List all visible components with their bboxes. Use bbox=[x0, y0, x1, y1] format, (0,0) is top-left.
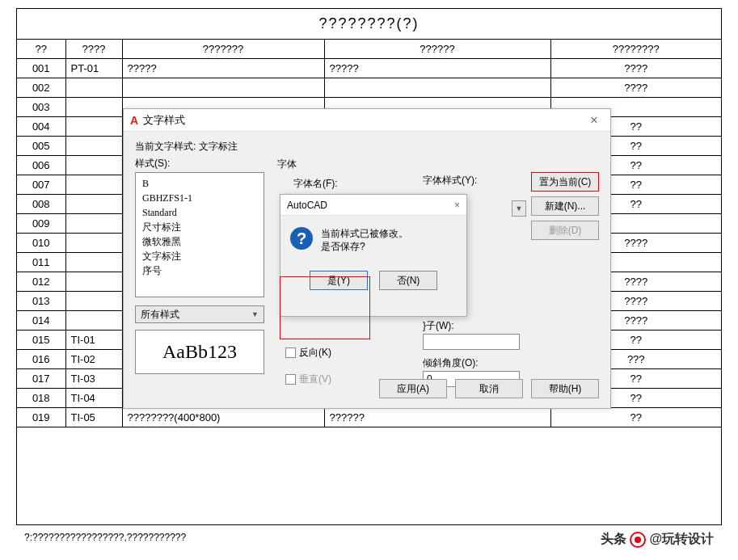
list-item[interactable]: 序号 bbox=[142, 263, 257, 278]
oblique-angle-label: 倾斜角度(O): bbox=[423, 356, 479, 370]
table-header: ???? bbox=[65, 40, 122, 59]
dialog-titlebar[interactable]: A 文字样式 × bbox=[124, 109, 610, 132]
font-style-label: 字体样式(Y): bbox=[423, 174, 477, 187]
close-icon[interactable]: × bbox=[584, 113, 604, 128]
list-item[interactable]: Standard bbox=[142, 205, 257, 220]
list-item[interactable]: 尺寸标注 bbox=[142, 220, 257, 234]
yes-button[interactable]: 是(Y) bbox=[310, 271, 368, 290]
dialog-titlebar[interactable]: AutoCAD × bbox=[280, 195, 466, 216]
font-style-dropdown[interactable]: ▼ bbox=[512, 200, 526, 217]
font-group-label: 字体 bbox=[277, 158, 297, 171]
watermark-logo-icon bbox=[630, 532, 646, 548]
list-item[interactable]: 微软雅黑 bbox=[142, 234, 257, 249]
vertical-checkbox-row[interactable]: 垂直(V) bbox=[285, 373, 331, 386]
style-filter-dropdown[interactable]: 所有样式 ▼ bbox=[135, 305, 264, 323]
width-factor-input[interactable] bbox=[423, 334, 520, 350]
new-style-button[interactable]: 新建(N)... bbox=[531, 196, 599, 216]
set-current-button[interactable]: 置为当前(C) bbox=[531, 172, 599, 192]
autocad-logo-icon: A bbox=[130, 114, 138, 127]
close-icon[interactable]: × bbox=[454, 200, 460, 211]
list-item[interactable]: GBHZFS1-1 bbox=[142, 191, 257, 205]
table-header: ???????? bbox=[550, 40, 721, 59]
font-name-label: 字体名(F): bbox=[293, 177, 338, 191]
table-row: 002???? bbox=[17, 78, 721, 98]
list-item[interactable]: B bbox=[142, 176, 257, 191]
dialog-title: 文字样式 bbox=[143, 113, 584, 128]
reverse-checkbox-row[interactable]: 反向(K) bbox=[285, 346, 331, 360]
style-listbox[interactable]: BGBHZFS1-1Standard尺寸标注微软雅黑文字标注序号 bbox=[135, 172, 264, 297]
table-row: 001PT-01?????????????? bbox=[17, 59, 721, 78]
checkbox-icon[interactable] bbox=[285, 374, 296, 385]
checkbox-icon[interactable] bbox=[285, 347, 296, 358]
table-header: ??????? bbox=[122, 40, 324, 59]
table-header: ?? bbox=[17, 40, 65, 59]
help-button[interactable]: 帮助(H) bbox=[531, 379, 599, 398]
no-button[interactable]: 否(N) bbox=[379, 271, 437, 290]
table-header: ?????? bbox=[324, 40, 550, 59]
current-style-label: 当前文字样式: 文字标注 bbox=[135, 140, 599, 154]
page-title: ????????(?) bbox=[17, 9, 721, 39]
dialog-title: AutoCAD bbox=[287, 200, 327, 211]
apply-button[interactable]: 应用(A) bbox=[379, 379, 447, 398]
watermark-prefix: 头条 bbox=[601, 531, 626, 548]
list-item[interactable]: 文字标注 bbox=[142, 249, 257, 263]
footnote: ?:?????????????????,??????????? bbox=[24, 532, 186, 543]
confirm-message: 当前样式已被修改。 是否保存? bbox=[321, 227, 408, 253]
delete-style-button: 删除(D) bbox=[531, 221, 599, 240]
watermark: 头条 @玩转设计 bbox=[601, 531, 714, 548]
table-row: 019TI-05????????(400*800)???????? bbox=[17, 408, 721, 427]
font-preview: AaBb123 bbox=[135, 330, 264, 374]
question-icon: ? bbox=[290, 227, 313, 250]
confirm-save-dialog: AutoCAD × ? 当前样式已被修改。 是否保存? 是(Y) 否(N) bbox=[280, 194, 467, 317]
width-factor-label: }子(W): bbox=[423, 319, 454, 333]
chevron-down-icon: ▼ bbox=[516, 204, 523, 213]
watermark-handle: @玩转设计 bbox=[649, 531, 714, 548]
chevron-down-icon: ▼ bbox=[251, 310, 259, 318]
styles-label: 样式(S): bbox=[135, 157, 599, 171]
cancel-button[interactable]: 取消 bbox=[455, 379, 523, 398]
